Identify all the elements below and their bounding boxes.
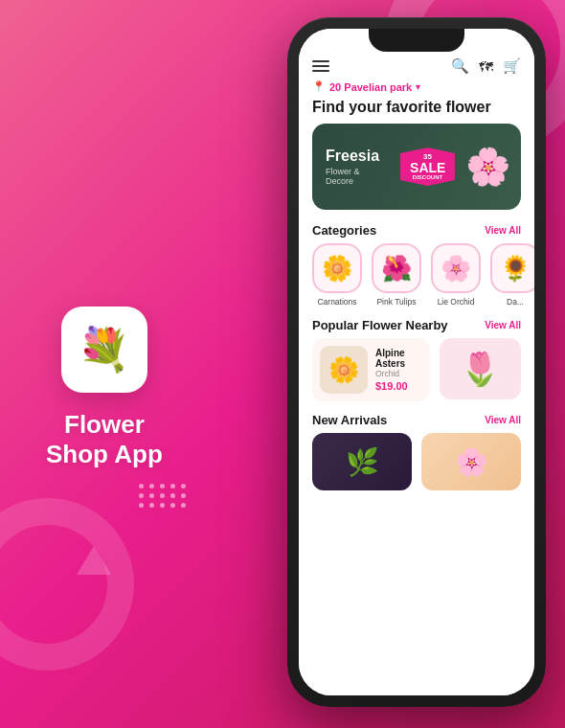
cart-icon[interactable]: 🛒: [503, 57, 521, 75]
phone-inner: 🔍 🗺 🛒 📍 20 Pavelian park ▾ Find your fav…: [299, 29, 534, 695]
banner-flower-image: 🌸: [455, 124, 521, 210]
phone-notch: [369, 29, 464, 52]
popular-flower-info: Alpine Asters Orchid $19.00: [375, 348, 422, 392]
category-daisy[interactable]: 🌻 Da...: [490, 243, 534, 307]
lie-orchid-icon: 🌸: [431, 243, 481, 293]
pink-tulips-label: Pink Tulips: [376, 297, 416, 307]
arrival-card-left[interactable]: 🌿: [312, 433, 412, 490]
lie-orchid-label: Lie Orchid: [438, 297, 475, 307]
page-title: Find your favorite flower: [299, 97, 534, 124]
map-icon[interactable]: 🗺: [479, 58, 493, 75]
categories-list: 🌼 Carnations 🌺 Pink Tulips 🌸 Lie Orchid …: [299, 243, 534, 314]
arrival-card-right[interactable]: 🌸: [421, 433, 521, 490]
carnations-label: Carnations: [317, 297, 356, 307]
header-icons: 🔍 🗺 🛒: [451, 57, 521, 75]
popular-flower-image: 🌼: [320, 346, 368, 394]
category-lie-orchid[interactable]: 🌸 Lie Orchid: [431, 243, 481, 307]
new-arrivals-title: New Arrivals: [312, 413, 387, 427]
banner-subtitle: Flower & Decore: [326, 167, 379, 186]
menu-button[interactable]: [312, 60, 329, 72]
location-text: 20 Pavelian park: [329, 81, 412, 93]
app-header: 🔍 🗺 🛒: [299, 56, 534, 79]
popular-flower-card-right[interactable]: 🌷: [440, 338, 521, 399]
new-arrivals-view-all[interactable]: View All: [485, 415, 521, 425]
bg-decoration-triangle: [77, 546, 111, 575]
sale-sub: DISCOUNT: [410, 174, 445, 180]
new-arrivals-row: 🌿 🌸: [299, 433, 534, 498]
dots-decoration: [139, 484, 187, 508]
popular-flower-right-icon: 🌷: [460, 350, 500, 388]
categories-header: Categories View All: [299, 219, 534, 243]
location-chevron-icon: ▾: [416, 81, 420, 92]
popular-view-all[interactable]: View All: [485, 320, 521, 330]
popular-header: Popular Flower Nearby View All: [299, 314, 534, 338]
popular-flower-price: $19.00: [375, 380, 422, 392]
location-pin-icon: 📍: [312, 80, 326, 93]
category-carnations[interactable]: 🌼 Carnations: [312, 243, 362, 307]
arrival-right-icon: 🌸: [455, 446, 488, 478]
bg-decoration-bottom: [0, 498, 134, 671]
phone-mockup: 🔍 🗺 🛒 📍 20 Pavelian park ▾ Find your fav…: [287, 17, 546, 707]
app-icon-section: 💐 Flower Shop App: [46, 307, 163, 469]
app-icon: 💐: [61, 307, 147, 393]
promo-banner[interactable]: Freesia Flower & Decore 35 SALE DISCOUNT…: [312, 124, 521, 210]
popular-title: Popular Flower Nearby: [312, 318, 448, 332]
phone-screen: 🔍 🗺 🛒 📍 20 Pavelian park ▾ Find your fav…: [299, 29, 534, 695]
new-arrivals-header: New Arrivals View All: [299, 409, 534, 433]
menu-line-1: [312, 60, 329, 62]
popular-flower-card[interactable]: 🌼 Alpine Asters Orchid $19.00: [312, 338, 430, 401]
location-bar[interactable]: 📍 20 Pavelian park ▾: [299, 79, 534, 97]
category-pink-tulips[interactable]: 🌺 Pink Tulips: [372, 243, 421, 307]
sale-badge: 35 SALE DISCOUNT: [400, 148, 455, 186]
phone-outer: 🔍 🗺 🛒 📍 20 Pavelian park ▾ Find your fav…: [287, 17, 546, 707]
popular-flower-name: Alpine Asters: [375, 348, 422, 369]
categories-title: Categories: [312, 223, 376, 238]
carnations-icon: 🌼: [312, 243, 362, 293]
popular-flower-type: Orchid: [375, 369, 422, 378]
search-icon[interactable]: 🔍: [451, 57, 469, 75]
app-title: Flower Shop App: [46, 410, 163, 469]
daisy-icon: 🌻: [490, 243, 534, 293]
categories-view-all[interactable]: View All: [485, 225, 521, 236]
banner-title: Freesia: [326, 148, 379, 165]
menu-line-2: [312, 65, 329, 67]
sale-word: SALE: [410, 161, 445, 174]
menu-line-3: [312, 70, 329, 72]
arrival-left-icon: 🌿: [346, 446, 379, 478]
daisy-label: Da...: [507, 297, 524, 307]
banner-text: Freesia Flower & Decore: [312, 138, 393, 195]
popular-row: 🌼 Alpine Asters Orchid $19.00 🌷: [299, 338, 534, 409]
pink-tulips-icon: 🌺: [372, 243, 421, 293]
